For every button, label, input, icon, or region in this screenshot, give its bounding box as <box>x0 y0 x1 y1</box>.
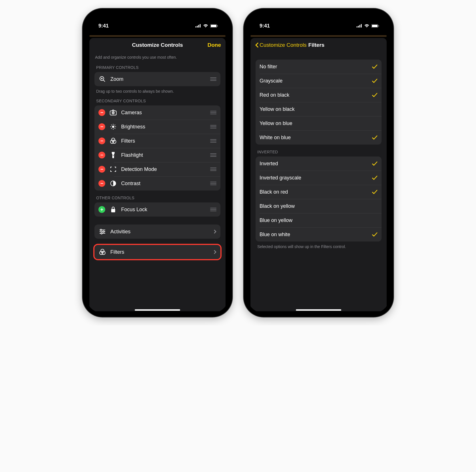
other-header: OTHER CONTROLS <box>96 196 220 200</box>
cellular-icon <box>357 24 362 27</box>
svg-point-32 <box>103 231 104 232</box>
drag-handle[interactable] <box>210 153 216 158</box>
brightness-row[interactable]: − Brightness <box>94 120 220 134</box>
nav-title: Customize Controls <box>89 42 226 48</box>
filters-link-label: Filters <box>110 249 210 255</box>
screen-left: 9:41 Customize Controls Done Add and org… <box>87 12 228 313</box>
filter-option-row[interactable]: White on blue <box>256 130 382 145</box>
svg-rect-43 <box>378 25 379 27</box>
filters-row[interactable]: − Filters <box>94 134 220 148</box>
primary-header: PRIMARY CONTROLS <box>96 65 220 70</box>
svg-line-19 <box>115 128 115 129</box>
svg-rect-0 <box>195 26 196 27</box>
add-button[interactable]: + <box>98 206 105 213</box>
filter-option-row[interactable]: No filter <box>256 60 382 74</box>
settings-sheet: Customize Controls Done Add and organize… <box>89 38 226 311</box>
svg-rect-42 <box>372 25 378 27</box>
remove-button[interactable]: − <box>98 137 105 144</box>
primary-group: Zoom <box>94 72 220 86</box>
focus-lock-label: Focus Lock <box>121 207 206 213</box>
nav-bar: Customize Controls Done <box>89 38 226 52</box>
chevron-right-icon <box>214 229 216 234</box>
remove-button[interactable]: − <box>98 180 105 187</box>
svg-rect-38 <box>358 26 359 27</box>
secondary-header: SECONDARY CONTROLS <box>96 99 220 103</box>
svg-point-24 <box>113 140 116 143</box>
svg-rect-40 <box>361 24 362 27</box>
home-indicator[interactable] <box>296 309 341 311</box>
screen-right: 9:41 Customize Controls Filters No filte… <box>248 12 389 313</box>
checkmark-icon <box>372 64 378 69</box>
home-indicator[interactable] <box>135 309 180 311</box>
svg-point-34 <box>101 249 104 253</box>
filter-option-row[interactable]: Yellow on blue <box>256 116 382 130</box>
filter-option-label: Red on black <box>260 92 368 98</box>
svg-point-13 <box>112 126 114 128</box>
remove-button[interactable]: − <box>98 123 105 130</box>
remove-button[interactable]: − <box>98 109 105 116</box>
svg-rect-3 <box>200 24 201 27</box>
drag-handle[interactable] <box>210 110 216 115</box>
drag-handle[interactable] <box>210 181 216 186</box>
filter-option-label: Inverted <box>260 161 368 167</box>
filter-option-row[interactable]: Inverted grayscale <box>256 171 382 185</box>
filter-option-row[interactable]: Black on yellow <box>256 199 382 213</box>
secondary-group: − Cameras − Brightness − Filter <box>94 105 220 191</box>
remove-button[interactable]: − <box>98 166 105 173</box>
checkmark-icon <box>372 135 378 140</box>
filters-link-row[interactable]: Filters <box>94 245 220 259</box>
svg-rect-6 <box>217 25 218 27</box>
filter-option-label: White on blue <box>260 135 368 141</box>
focus-lock-row[interactable]: + Focus Lock <box>94 202 220 217</box>
back-label: Customize Controls <box>260 42 307 48</box>
checkmark-icon <box>372 161 378 166</box>
inverted-group: InvertedInverted grayscaleBlack on redBl… <box>256 156 382 242</box>
filter-option-row[interactable]: Blue on yellow <box>256 213 382 227</box>
filter-option-row[interactable]: Yellow on black <box>256 102 382 116</box>
intro-caption: Add and organize controls you use most o… <box>95 55 220 60</box>
drag-handle[interactable] <box>210 167 216 172</box>
flashlight-row[interactable]: − Flashlight <box>94 148 220 162</box>
filter-option-row[interactable]: Grayscale <box>256 74 382 88</box>
detection-mode-icon <box>109 166 117 173</box>
zoom-label: Zoom <box>110 76 206 82</box>
filters-icon <box>109 137 117 144</box>
svg-rect-27 <box>111 209 115 212</box>
cameras-row[interactable]: − Cameras <box>94 105 220 120</box>
brightness-icon <box>109 123 117 130</box>
checkmark-icon <box>372 78 378 83</box>
drag-handle[interactable] <box>210 124 216 129</box>
status-time: 9:41 <box>98 23 109 29</box>
svg-rect-25 <box>113 155 113 156</box>
filter-option-row[interactable]: Inverted <box>256 156 382 171</box>
filters-sheet: Customize Controls Filters No filterGray… <box>250 38 387 311</box>
filter-option-label: No filter <box>260 64 368 70</box>
drag-handle[interactable] <box>210 77 216 82</box>
background-hint <box>250 35 387 37</box>
drag-handle[interactable] <box>210 207 216 212</box>
svg-line-20 <box>111 128 112 129</box>
svg-point-12 <box>112 112 114 114</box>
filter-option-row[interactable]: Blue on white <box>256 227 382 242</box>
checkmark-icon <box>372 189 378 194</box>
lock-icon <box>109 206 117 213</box>
contrast-row[interactable]: − Contrast <box>94 176 220 191</box>
detection-mode-row[interactable]: − Detection Mode <box>94 162 220 176</box>
zoom-row[interactable]: Zoom <box>94 72 220 86</box>
remove-button[interactable]: − <box>98 152 105 158</box>
filter-option-label: Black on yellow <box>260 203 378 209</box>
filter-option-label: Blue on white <box>260 232 368 238</box>
back-button[interactable]: Customize Controls <box>255 42 307 48</box>
svg-line-18 <box>111 125 112 125</box>
filters-group: No filterGrayscaleRed on blackYellow on … <box>256 60 382 145</box>
activities-row[interactable]: Activities <box>94 225 220 239</box>
primary-footer: Drag up to two controls to always be sho… <box>96 89 220 94</box>
filter-option-row[interactable]: Red on black <box>256 88 382 102</box>
cameras-label: Cameras <box>121 110 206 116</box>
svg-rect-2 <box>198 25 199 27</box>
other-group: + Focus Lock <box>94 202 220 217</box>
activities-icon <box>98 229 106 234</box>
dynamic-island <box>299 17 338 28</box>
filter-option-row[interactable]: Black on red <box>256 185 382 199</box>
drag-handle[interactable] <box>210 138 216 143</box>
